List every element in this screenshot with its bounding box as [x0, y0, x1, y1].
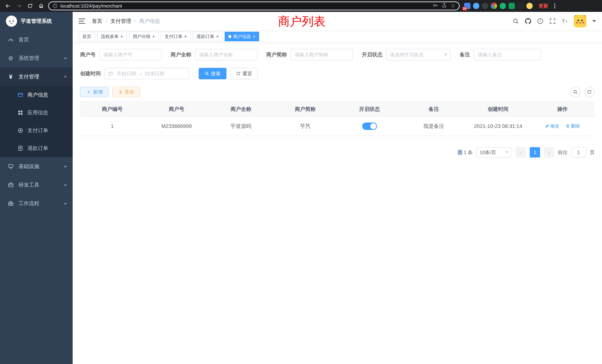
- github-icon[interactable]: [525, 18, 531, 24]
- extension-droplet-icon[interactable]: [473, 3, 479, 9]
- extension-emoji-icon[interactable]: [526, 3, 533, 9]
- export-button[interactable]: 导出: [112, 87, 140, 97]
- search-button[interactable]: 搜索: [199, 68, 226, 79]
- extension-green-square-icon[interactable]: [509, 3, 515, 9]
- sidebar-item-home[interactable]: 首页: [0, 30, 73, 49]
- sidebar-item-app-info[interactable]: 应用信息: [0, 104, 73, 122]
- breadcrumb-home[interactable]: 首页: [92, 18, 102, 25]
- font-size-icon[interactable]: TT: [562, 18, 568, 24]
- next-page-button[interactable]: ›: [544, 147, 554, 158]
- help-icon[interactable]: ?: [537, 18, 543, 24]
- gear-icon: ⚙: [7, 55, 14, 62]
- svg-text:?: ?: [539, 19, 541, 23]
- reload-button[interactable]: [26, 2, 34, 10]
- chevron-down-icon: [444, 54, 447, 56]
- close-icon[interactable]: ×: [253, 34, 255, 39]
- sidebar-item-label: 研发工具: [19, 182, 39, 189]
- sidebar-item-infrastructure[interactable]: 基础设施: [0, 157, 73, 176]
- edit-link[interactable]: 修改: [545, 123, 559, 129]
- close-icon[interactable]: ×: [216, 34, 219, 39]
- sidebar-item-label: 商户信息: [27, 91, 48, 98]
- col-create-time: 创建时间: [466, 102, 530, 117]
- forward-button[interactable]: [15, 2, 23, 10]
- tab-label: 退款订单: [196, 33, 214, 40]
- yen-icon: ¥: [7, 73, 14, 80]
- goto-page-input[interactable]: [571, 147, 586, 158]
- page-size-select[interactable]: 10条/页: [476, 147, 512, 158]
- browser-menu-icon[interactable]: [553, 3, 557, 8]
- status-select[interactable]: 请选择开启状态: [386, 49, 451, 60]
- extension-blue-badge-icon[interactable]: 10: [464, 3, 470, 9]
- add-button-label: 新增: [93, 89, 103, 95]
- sidebar-item-pay-order[interactable]: 支付订单: [0, 122, 73, 139]
- tab-refund-order[interactable]: 退款订单 ×: [193, 32, 222, 41]
- sidebar-item-dev-tools[interactable]: 研发工具: [0, 176, 73, 194]
- edit-pencil-icon: [545, 124, 549, 128]
- filter-merchant-short: 商户简称: [266, 49, 353, 60]
- sidebar-item-workflow[interactable]: 工作流程: [0, 194, 73, 213]
- search-icon[interactable]: [513, 18, 519, 24]
- sidebar-item-refund-order[interactable]: 退款订单: [0, 139, 73, 157]
- extension-multicolor-icon[interactable]: [491, 3, 497, 9]
- merchant-name-input[interactable]: [195, 49, 257, 60]
- extension-octopus-icon[interactable]: [517, 3, 524, 9]
- url-text[interactable]: localhost:1024/pay/merchant: [60, 3, 430, 9]
- svg-text:T: T: [565, 20, 567, 23]
- navbar-actions: ? TT: [513, 15, 596, 27]
- user-avatar[interactable]: [574, 15, 586, 27]
- add-button[interactable]: ＋ 新增: [80, 87, 109, 97]
- prev-page-button[interactable]: ‹: [516, 147, 526, 158]
- date-range-picker[interactable]: 开始日期 - 结束日期: [105, 68, 189, 79]
- reset-button[interactable]: 重置: [230, 68, 258, 79]
- close-icon[interactable]: ×: [120, 34, 123, 39]
- app-window: 芋道管理系统 首页 ⚙ 系统管理 ¥ 支付管理: [0, 12, 602, 364]
- merchant-short-input[interactable]: [291, 49, 353, 60]
- dashboard-icon: [7, 37, 14, 43]
- filter-remark: 备注: [460, 49, 541, 60]
- tab-process-form[interactable]: 流程表单 ×: [97, 32, 127, 41]
- sidebar-item-label: 首页: [19, 36, 29, 43]
- back-icon: [5, 3, 11, 9]
- bookmark-star-icon[interactable]: ☆: [451, 3, 455, 9]
- sidebar-menu: 首页 ⚙ 系统管理 ¥ 支付管理: [0, 30, 73, 213]
- tab-home[interactable]: 首页: [79, 32, 95, 41]
- status-toggle[interactable]: [362, 122, 377, 130]
- info-icon[interactable]: [53, 3, 57, 8]
- home-button[interactable]: [37, 2, 45, 10]
- close-icon[interactable]: ×: [184, 34, 187, 39]
- share-icon[interactable]: [442, 3, 447, 10]
- refresh-table-button[interactable]: [584, 87, 595, 97]
- sidebar-item-label: 支付管理: [19, 73, 39, 80]
- sidebar-item-label: 应用信息: [27, 109, 48, 116]
- tab-user-group[interactable]: 用户分组 ×: [129, 32, 159, 41]
- extension-green-check-icon[interactable]: [500, 3, 506, 9]
- sidebar-item-system[interactable]: ⚙ 系统管理: [0, 49, 73, 67]
- browser-update-button[interactable]: 更新: [537, 3, 550, 9]
- sidebar-item-merchant-info[interactable]: 商户信息: [0, 86, 73, 104]
- key-icon[interactable]: [433, 3, 438, 10]
- hamburger-icon[interactable]: [79, 19, 85, 24]
- date-separator: -: [140, 71, 141, 76]
- page-size-value: 10条/页: [480, 149, 496, 156]
- tab-label: 首页: [82, 33, 91, 40]
- tab-pay-order[interactable]: 支付订单 ×: [161, 32, 191, 41]
- close-icon[interactable]: ×: [152, 34, 155, 39]
- merchant-no-input[interactable]: [99, 49, 162, 60]
- field-label: 创建时间: [80, 70, 101, 77]
- url-bar[interactable]: localhost:1024/pay/merchant ☆: [48, 1, 460, 10]
- extension-icons: 10: [463, 3, 534, 9]
- sidebar-item-payment[interactable]: ¥ 支付管理: [0, 67, 73, 86]
- toggle-search-button[interactable]: [570, 87, 580, 97]
- fullscreen-icon[interactable]: [549, 18, 556, 24]
- remark-input[interactable]: [474, 49, 541, 60]
- caret-down-icon[interactable]: [592, 20, 596, 22]
- back-button[interactable]: [4, 2, 12, 10]
- sidebar-item-label: 基础设施: [19, 163, 39, 170]
- field-label: 开启状态: [362, 51, 383, 58]
- extension-dark-icon[interactable]: [482, 3, 488, 9]
- delete-link[interactable]: 删除: [566, 123, 580, 129]
- sidebar-logo[interactable]: 芋道管理系统: [0, 12, 73, 30]
- breadcrumb-payment[interactable]: 支付管理: [110, 18, 131, 25]
- current-page-button[interactable]: 1: [530, 147, 540, 158]
- tab-merchant-info[interactable]: 商户信息 ×: [225, 32, 259, 41]
